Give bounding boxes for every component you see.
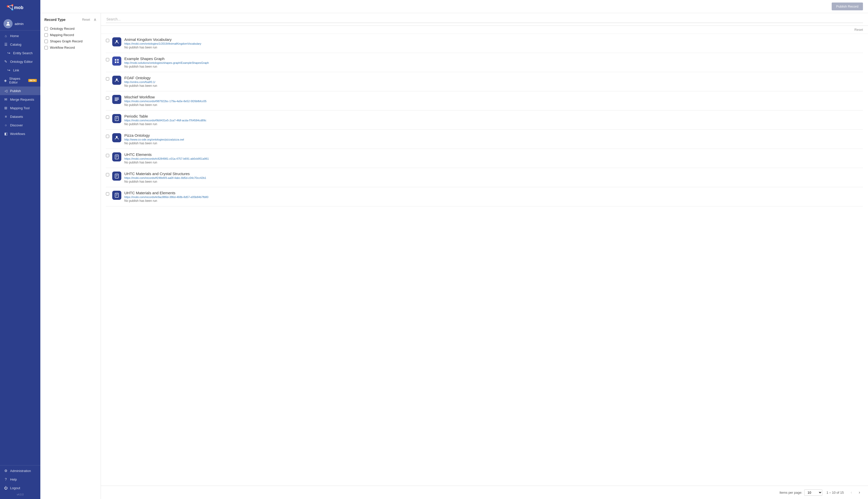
record-name-7: UHTC Elements bbox=[124, 153, 863, 157]
search-input[interactable] bbox=[106, 16, 863, 23]
sidebar-item-merge-requests[interactable]: ✉ Merge Requests bbox=[0, 95, 40, 104]
record-name-4: Mischief Workflow bbox=[124, 95, 863, 99]
record-name-8: UHTC Materials and Crystal Structures bbox=[124, 172, 863, 176]
sidebar-item-logout-label: Logout bbox=[10, 486, 20, 490]
pagination-range: 1 – 10 of 15 bbox=[827, 491, 844, 495]
record-checkbox-3[interactable] bbox=[106, 77, 109, 81]
svg-rect-17 bbox=[115, 117, 118, 121]
beta-badge: BETA bbox=[28, 79, 37, 82]
svg-point-8 bbox=[116, 40, 118, 42]
svg-point-13 bbox=[116, 78, 118, 80]
table-row: UHTC Materials and Elements https://mobi… bbox=[106, 187, 863, 206]
sidebar-item-merge-requests-label: Merge Requests bbox=[10, 98, 34, 101]
filter-workflow-record[interactable]: Workflow Record bbox=[45, 45, 97, 51]
content-area: Record Type Reset ∧ Ontology Record Mapp… bbox=[40, 13, 868, 499]
search-bar-wrapper bbox=[101, 13, 868, 26]
record-status-2: No publish has been run bbox=[124, 65, 863, 68]
sidebar-item-link[interactable]: ↪ Link bbox=[0, 66, 40, 74]
discover-icon: ○ bbox=[3, 123, 8, 127]
sidebar-bottom: ⚙ Administration ? Help ⏻ Logout v4.0.0 bbox=[0, 465, 40, 499]
record-checkbox-1[interactable] bbox=[106, 39, 109, 42]
record-checkbox-5[interactable] bbox=[106, 115, 109, 119]
sidebar-item-workflows[interactable]: ◧ Workflows bbox=[0, 130, 40, 138]
logout-icon: ⏻ bbox=[3, 486, 8, 490]
next-page-button[interactable]: › bbox=[856, 489, 863, 496]
per-page-select[interactable]: 10 25 50 100 bbox=[804, 489, 822, 496]
filter-header: Record Type Reset ∧ bbox=[45, 17, 97, 22]
record-icon-8 bbox=[112, 172, 121, 181]
record-info-3: FOAF Ontology http://xmlns.com/foaf/0.1/… bbox=[124, 76, 863, 87]
filter-shapes-graph-record[interactable]: Shapes Graph Record bbox=[45, 38, 97, 45]
svg-rect-26 bbox=[115, 174, 118, 178]
sidebar-item-administration[interactable]: ⚙ Administration bbox=[0, 466, 40, 475]
svg-text:mobi: mobi bbox=[14, 5, 24, 10]
username-label: admin bbox=[15, 22, 23, 26]
shapes-graph-record-checkbox[interactable] bbox=[45, 40, 48, 43]
workflow-record-checkbox[interactable] bbox=[45, 46, 48, 49]
record-name-6: Pizza Ontology bbox=[124, 133, 863, 137]
filter-ontology-record[interactable]: Ontology Record bbox=[45, 25, 97, 32]
sidebar-item-shapes-editor[interactable]: ◈ Shapes Editor BETA bbox=[0, 74, 40, 86]
records-reset-link[interactable]: Reset bbox=[854, 28, 863, 32]
record-url-6: http://www.co-ode.org/ontologies/pizza/p… bbox=[124, 138, 863, 141]
svg-rect-30 bbox=[115, 193, 118, 197]
record-checkbox-9[interactable] bbox=[106, 192, 109, 195]
svg-rect-22 bbox=[115, 155, 118, 159]
publish-record-button[interactable]: Publish Record bbox=[832, 2, 863, 10]
sidebar-nav: ⌂ Home ☰ Catalog ↪ Entity Search ✎ Ontol… bbox=[0, 32, 40, 465]
filter-reset-link[interactable]: Reset bbox=[82, 18, 90, 22]
filter-mapping-record[interactable]: Mapping Record bbox=[45, 32, 97, 38]
avatar bbox=[3, 19, 13, 28]
help-icon: ? bbox=[3, 477, 8, 481]
record-status-7: No publish has been run bbox=[124, 161, 863, 164]
record-url-1: https://mobi.com/ontologies/1/2019/Anima… bbox=[124, 42, 863, 45]
record-checkbox-7[interactable] bbox=[106, 154, 109, 157]
record-status-8: No publish has been run bbox=[124, 180, 863, 183]
record-name-3: FOAF Ontology bbox=[124, 76, 863, 80]
administration-icon: ⚙ bbox=[3, 469, 8, 473]
sidebar-item-entity-search[interactable]: ↪ Entity Search bbox=[0, 49, 40, 57]
record-checkbox-4[interactable] bbox=[106, 96, 109, 100]
record-url-3: http://xmlns.com/foaf/0.1/ bbox=[124, 81, 863, 84]
record-icon-4 bbox=[112, 95, 121, 104]
record-checkbox-6[interactable] bbox=[106, 135, 109, 138]
sidebar-item-workflows-label: Workflows bbox=[10, 132, 25, 136]
table-row: Periodic Table https://mobi.com/records#… bbox=[106, 110, 863, 130]
datasets-icon: ≡ bbox=[3, 114, 8, 119]
table-row: Animal Kingdom Vocabulary https://mobi.c… bbox=[106, 34, 863, 53]
sidebar-item-help[interactable]: ? Help bbox=[0, 475, 40, 484]
top-header: Publish Record bbox=[40, 0, 868, 13]
sidebar-item-publish[interactable]: ◁ Publish bbox=[0, 86, 40, 95]
sidebar-item-home[interactable]: ⌂ Home bbox=[0, 32, 40, 40]
record-checkbox-8[interactable] bbox=[106, 173, 109, 177]
items-per-page-label: Items per page: bbox=[780, 491, 802, 495]
user-profile[interactable]: admin bbox=[0, 17, 40, 31]
workflow-record-label: Workflow Record bbox=[50, 46, 75, 49]
entity-search-icon: ↪ bbox=[7, 51, 11, 55]
filter-panel: Record Type Reset ∧ Ontology Record Mapp… bbox=[40, 13, 101, 499]
ontology-record-checkbox[interactable] bbox=[45, 27, 48, 31]
prev-page-button[interactable]: ‹ bbox=[848, 489, 855, 496]
sidebar-item-logout[interactable]: ⏻ Logout bbox=[0, 484, 40, 492]
sidebar-item-ontology-editor[interactable]: ✎ Ontology Editor bbox=[0, 57, 40, 66]
record-info-8: UHTC Materials and Crystal Structures ht… bbox=[124, 172, 863, 183]
main-content: Publish Record Record Type Reset ∧ Ontol… bbox=[40, 0, 868, 499]
record-url-7: https://mobi.com/records#c8284981-c01a-4… bbox=[124, 157, 863, 160]
mapping-record-checkbox[interactable] bbox=[45, 33, 48, 37]
record-icon-2 bbox=[112, 57, 121, 65]
sidebar-item-discover[interactable]: ○ Discover bbox=[0, 121, 40, 130]
record-info-7: UHTC Elements https://mobi.com/records#c… bbox=[124, 153, 863, 164]
filter-collapse-icon[interactable]: ∧ bbox=[94, 17, 97, 22]
record-status-3: No publish has been run bbox=[124, 84, 863, 87]
sidebar-item-catalog[interactable]: ☰ Catalog bbox=[0, 40, 40, 49]
merge-requests-icon: ✉ bbox=[3, 97, 8, 101]
sidebar-item-mapping-tool[interactable]: ⊞ Mapping Tool bbox=[0, 104, 40, 112]
ontology-editor-icon: ✎ bbox=[3, 60, 8, 63]
sidebar-item-datasets[interactable]: ≡ Datasets bbox=[0, 112, 40, 121]
home-icon: ⌂ bbox=[3, 34, 8, 38]
svg-rect-11 bbox=[115, 62, 116, 63]
table-row: Mischief Workflow https://mobi.com/recor… bbox=[106, 91, 863, 110]
record-info-6: Pizza Ontology http://www.co-ode.org/ont… bbox=[124, 133, 863, 145]
record-checkbox-2[interactable] bbox=[106, 58, 109, 61]
record-status-1: No publish has been run bbox=[124, 46, 863, 49]
